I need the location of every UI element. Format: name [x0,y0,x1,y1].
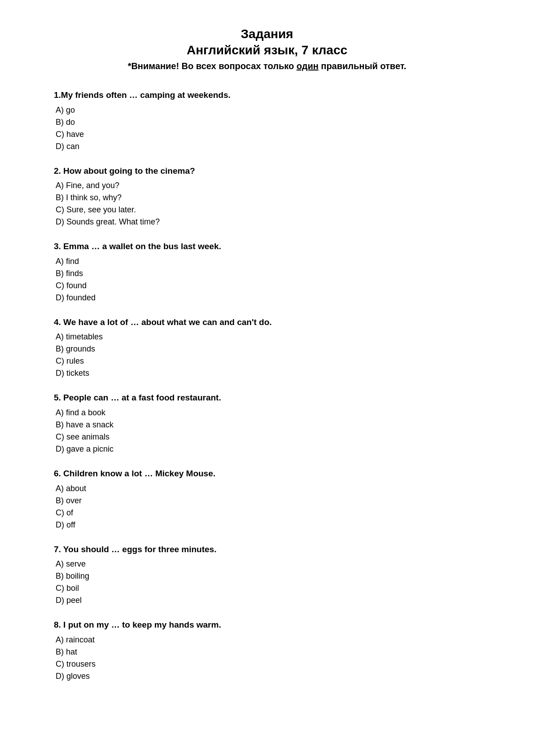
answer-option-5-3: D) gave a picnic [56,443,480,455]
answer-option-3-1: B) finds [56,268,480,280]
question-block-4: 4. We have a lot of … about what we can … [54,316,480,380]
question-text-2: 2. How about going to the cinema? [54,165,480,177]
question-text-3: 3. Emma … a wallet on the bus last week. [54,241,480,253]
answer-option-4-2: C) rules [56,355,480,367]
question-block-8: 8. I put on my … to keep my hands warm.A… [54,619,480,682]
answer-option-4-0: A) timetables [56,331,480,343]
warning-underline: один [297,61,319,71]
question-block-5: 5. People can … at a fast food restauran… [54,392,480,455]
answer-option-4-1: B) grounds [56,343,480,355]
question-block-6: 6. Children know a lot … Mickey Mouse.A)… [54,468,480,531]
question-block-3: 3. Emma … a wallet on the bus last week.… [54,241,480,304]
question-text-7: 7. You should … eggs for three minutes. [54,544,480,556]
answer-option-6-3: D) off [56,519,480,531]
answer-option-2-1: B) I think so, why? [56,192,480,204]
question-text-6: 6. Children know a lot … Mickey Mouse. [54,468,480,480]
answer-option-2-3: D) Sounds great. What time? [56,216,480,228]
answer-option-1-0: A) go [56,104,480,116]
answer-option-7-3: D) peel [56,594,480,607]
answer-option-1-3: D) can [56,141,480,153]
answer-option-8-1: B) hat [56,646,480,658]
warning-pre: *Внимание! Во всех вопросах только [128,61,297,71]
question-text-8: 8. I put on my … to keep my hands warm. [54,619,480,631]
warning-text: *Внимание! Во всех вопросах только один … [54,61,480,71]
questions-container: 1.My friends often … camping at weekends… [54,89,480,682]
answer-option-2-0: A) Fine, and you? [56,180,480,192]
answer-option-1-2: C) have [56,128,480,141]
title-line1: Задания [54,27,480,41]
question-text-1: 1.My friends often … camping at weekends… [54,89,480,101]
answer-option-5-2: C) see animals [56,431,480,443]
question-block-1: 1.My friends often … camping at weekends… [54,89,480,153]
answer-option-7-2: C) boil [56,582,480,594]
answer-option-3-3: D) founded [56,292,480,304]
answer-option-3-0: A) find [56,255,480,268]
answer-option-5-1: B) have a snack [56,419,480,431]
question-block-7: 7. You should … eggs for three minutes.A… [54,544,480,607]
answer-option-3-2: C) found [56,280,480,292]
answer-option-4-3: D) tickets [56,367,480,379]
answer-option-5-0: A) find a book [56,407,480,419]
question-text-5: 5. People can … at a fast food restauran… [54,392,480,404]
answer-option-6-0: A) about [56,483,480,495]
answer-option-8-3: D) gloves [56,670,480,682]
answer-option-2-2: C) Sure, see you later. [56,204,480,216]
title-line2: Английский язык, 7 класс [54,43,480,57]
answer-option-7-0: A) serve [56,558,480,570]
answer-option-6-2: C) of [56,507,480,519]
answer-option-8-0: A) raincoat [56,634,480,646]
answer-option-1-1: B) do [56,116,480,128]
answer-option-6-1: B) over [56,495,480,507]
page-header: Задания Английский язык, 7 класс *Вниман… [54,27,480,71]
answer-option-8-2: C) trousers [56,658,480,670]
question-text-4: 4. We have a lot of … about what we can … [54,316,480,329]
question-block-2: 2. How about going to the cinema?A) Fine… [54,165,480,229]
answer-option-7-1: B) boiling [56,570,480,582]
warning-post: правильный ответ. [319,61,407,71]
